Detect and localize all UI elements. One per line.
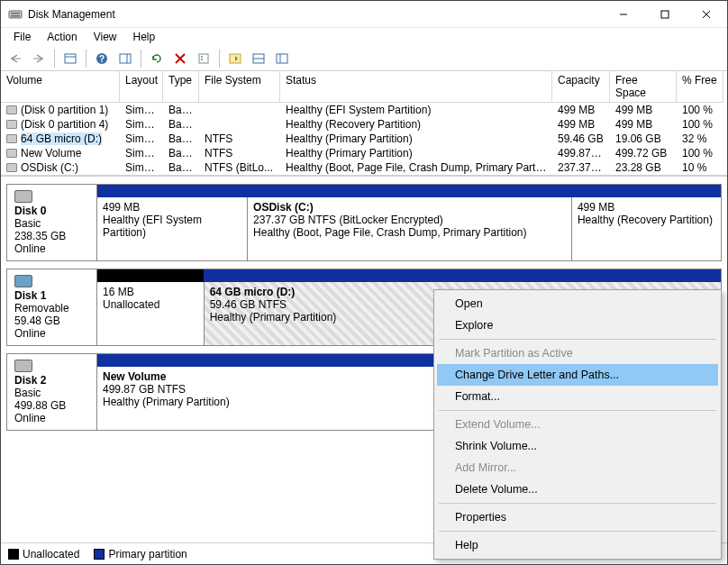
volume-filesystem [199,117,280,132]
disk-label: Disk 2 [14,374,91,387]
partition-size: 16 MB [103,286,198,298]
volume-filesystem: NTFS (BitLo... [199,160,280,175]
volume-free: 23.28 GB [610,160,677,175]
svg-rect-9 [65,54,76,63]
svg-rect-13 [120,54,131,63]
volume-free: 19.06 GB [610,132,677,146]
volume-capacity: 499 MB [552,117,610,132]
back-button[interactable] [5,49,26,68]
drive-icon [6,149,17,158]
menu-help[interactable]: Help [126,29,163,45]
disk-size: 238.35 GB [14,230,91,242]
ctx-extend-volume: Extend Volume... [437,414,718,435]
column-status[interactable]: Status [280,71,552,103]
partition[interactable]: 499 MBHealthy (Recovery Partition) [571,197,721,260]
ctx-add-mirror: Add Mirror... [437,457,718,478]
disk-label: Disk 1 [14,289,91,302]
delete-button[interactable] [169,49,191,68]
forward-button[interactable] [28,49,50,68]
volume-list-header: Volume Layout Type File System Status Ca… [1,71,727,103]
volume-layout: Simple [120,146,163,160]
column-percent-free[interactable]: % Free [677,71,723,103]
maximize-button[interactable] [644,1,686,28]
disk-header[interactable]: Disk 2Basic499.88 GBOnline [7,354,97,430]
settings-list-button[interactable] [271,49,293,68]
column-file-system[interactable]: File System [199,71,280,103]
disk-icon [14,190,32,203]
volume-name: (Disk 0 partition 4) [21,118,108,131]
ctx-mark-active: Mark Partition as Active [437,342,718,364]
menu-action[interactable]: Action [40,29,84,45]
settings-bottom-button[interactable] [248,49,269,68]
column-free-space[interactable]: Free Space [610,71,677,103]
svg-rect-17 [199,54,208,63]
disk-header[interactable]: Disk 0Basic238.35 GBOnline [7,185,97,260]
column-capacity[interactable]: Capacity [552,71,610,103]
partition[interactable]: 499 MBHealthy (EFI System Partition) [97,197,247,260]
volume-type: Basic [163,146,199,160]
disk-state: Online [14,412,91,424]
column-type[interactable]: Type [163,71,199,103]
volume-status: Healthy (Recovery Partition) [280,117,552,132]
volume-status: Healthy (EFI System Partition) [280,103,552,117]
menu-bar: File Action View Help [1,28,727,46]
disk-kind: Basic [14,217,91,230]
volume-row[interactable]: (Disk 0 partition 1)SimpleBasicHealthy (… [1,103,727,117]
refresh-button[interactable] [146,49,168,68]
volume-type: Basic [163,117,199,132]
help-button[interactable]: ? [91,49,113,68]
volume-layout: Simple [120,132,163,146]
volume-capacity: 59.46 GB [552,132,610,146]
ctx-change-drive-letter[interactable]: Change Drive Letter and Paths... [437,364,718,386]
column-volume[interactable]: Volume [1,71,120,103]
show-hide-console-button[interactable] [59,49,81,68]
volume-name: (Disk 0 partition 1) [21,104,108,116]
drive-icon [6,163,17,172]
menu-file[interactable]: File [6,29,38,45]
svg-rect-4 [661,11,669,18]
volume-free: 499 MB [610,117,677,132]
disk-header[interactable]: Disk 1Removable59.48 GBOnline [7,269,97,345]
volume-row[interactable]: New VolumeSimpleBasicNTFSHealthy (Primar… [1,146,727,160]
settings-top-button[interactable] [224,49,246,68]
ctx-explore[interactable]: Explore [437,314,718,336]
legend-unallocated: Unallocated [8,548,79,560]
partition-status: Healthy (EFI System Partition) [103,214,241,239]
partition-title: OSDisk (C:) [253,201,566,214]
disk-stripe [97,185,721,197]
ctx-format[interactable]: Format... [437,386,718,407]
properties-button[interactable] [193,49,214,68]
show-hide-action-pane-button[interactable] [114,49,136,68]
partition-status: Healthy (Recovery Partition) [578,214,715,226]
ctx-open[interactable]: Open [437,293,718,314]
ctx-shrink-volume[interactable]: Shrink Volume... [437,435,718,457]
minimize-button[interactable] [603,1,644,28]
volume-capacity: 499 MB [552,103,610,117]
volume-filesystem: NTFS [199,146,280,160]
volume-percent-free: 100 % [677,103,723,117]
disk-size: 499.88 GB [14,399,91,412]
menu-view[interactable]: View [86,29,124,45]
partition[interactable]: OSDisk (C:)237.37 GB NTFS (BitLocker Enc… [247,197,571,260]
app-icon [8,7,23,22]
ctx-properties[interactable]: Properties [437,506,718,528]
volume-percent-free: 100 % [677,146,723,160]
volume-percent-free: 100 % [677,117,723,132]
svg-rect-2 [11,15,20,17]
volume-free: 499 MB [610,103,677,117]
ctx-delete-volume[interactable]: Delete Volume... [437,478,718,500]
volume-filesystem: NTFS [199,132,280,146]
partition-unallocated[interactable]: 16 MBUnallocated [97,282,204,345]
volume-row[interactable]: 64 GB micro (D:)SimpleBasicNTFSHealthy (… [1,132,727,146]
close-button[interactable] [686,1,727,28]
column-layout[interactable]: Layout [120,71,163,103]
volume-layout: Simple [120,103,163,117]
disk-icon [14,275,32,287]
volume-row[interactable]: (Disk 0 partition 4)SimpleBasicHealthy (… [1,117,727,132]
volume-row[interactable]: OSDisk (C:)SimpleBasicNTFS (BitLo...Heal… [1,160,727,175]
disk-kind: Basic [14,387,91,399]
disk-kind: Removable [14,302,91,314]
volume-capacity: 237.37 GB [552,160,610,175]
disk-state: Online [14,242,91,255]
ctx-help[interactable]: Help [437,534,718,556]
